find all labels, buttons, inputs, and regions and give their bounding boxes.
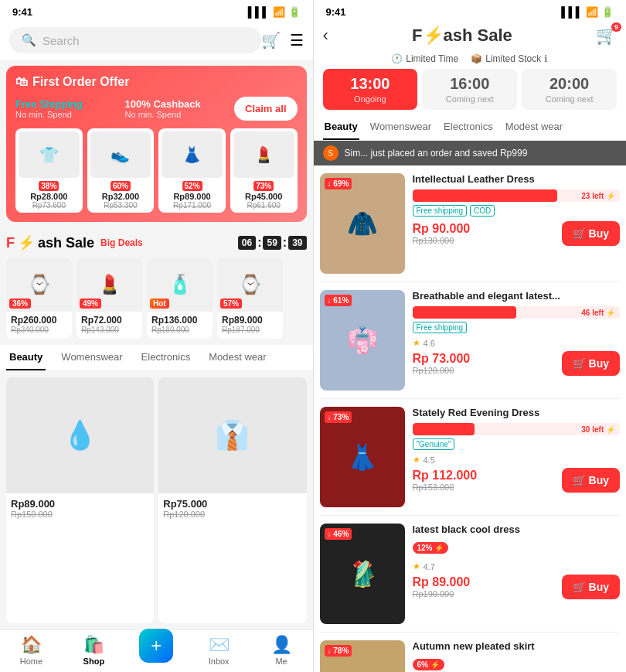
nav-icon-shop: 🛍️ [83, 635, 104, 655]
product-tag: COD [470, 205, 495, 217]
stock-bar-text: 30 left ⚡ [581, 425, 615, 434]
flash-product[interactable]: 💄49% Rp72.000 Rp143.000 [77, 258, 142, 339]
search-bar: 🔍 Search 🛒 ☰ [0, 21, 313, 60]
stock-badge: 6% ⚡ [413, 659, 444, 670]
cart-icon[interactable]: 🛒 [261, 31, 281, 49]
products-scroll[interactable]: ↓ 69% 🧥 Intellectual Leather Dress 23 le… [314, 165, 627, 672]
flash-product[interactable]: ⌚36% Rp260.000 Rp340.000 [6, 258, 72, 339]
price-old: Rp53.300 [90, 201, 151, 210]
search-input[interactable]: 🔍 Search [9, 27, 261, 53]
nav-inbox[interactable]: ✉️Inbox [188, 635, 250, 666]
product-image: ↓ 61% 👘 [320, 290, 405, 391]
right-cart-button[interactable]: 🛒9 [596, 26, 617, 46]
offer2-title: 100% Cashback [125, 98, 229, 110]
time-tab-1600[interactable]: 16:00 Coming next [422, 69, 517, 110]
flash-header: F⚡ash Sale Big Deals 06 : 59 : 39 [6, 234, 307, 251]
right-cat-womenswear[interactable]: Womenswear [369, 114, 433, 140]
tab-modest-wear[interactable]: Modest wear [206, 345, 269, 370]
right-cat-electronics[interactable]: Electronics [442, 114, 495, 140]
stock-bar-text: 23 left ⚡ [581, 192, 615, 200]
countdown-mins: 59 [263, 236, 281, 250]
back-button[interactable]: ‹ [323, 26, 328, 46]
left-product-thumb[interactable]: 👟 60% Rp32.000 Rp53.300 [87, 128, 155, 213]
right-cat-modest-wear[interactable]: Modest wear [504, 114, 564, 140]
product-discount: ↓ 61% [325, 295, 352, 306]
pl-price: Rp89.000 [11, 498, 149, 510]
discount-badge: 38% [39, 181, 59, 191]
buy-button[interactable]: 🛒 Buy [562, 468, 620, 493]
pl-old: Rp120.000 [163, 510, 301, 519]
left-product-thumb[interactable]: 👗 52% Rp89.000 Rp171.000 [158, 128, 226, 213]
flash-product-info: Rp136.000 Rp180.000 [147, 312, 213, 339]
nav-me[interactable]: 👤Me [250, 635, 313, 666]
product-image: ↓ 73% 👗 [320, 407, 405, 507]
flash-product[interactable]: 🧴Hot Rp136.000 Rp180.000 [147, 258, 213, 339]
right-cat-beauty[interactable]: Beauty [323, 114, 359, 140]
big-deals-label: Big Deals [100, 237, 143, 248]
discount-badge: 60% [111, 181, 131, 191]
thumb-img: 👗 [162, 131, 223, 178]
buy-button[interactable]: 🛒 Buy [562, 221, 620, 246]
flash-old-price: Rp187.000 [222, 326, 278, 334]
stock-bar-fill [413, 423, 475, 435]
flash-product[interactable]: ⌚57% Rp89.000 Rp187.000 [217, 258, 283, 339]
left-panel: 9:41 ▌▌▌ 📶 🔋 🔍 Search 🛒 ☰ 🛍 First Order … [0, 0, 313, 672]
star-icon: ★ [413, 338, 420, 348]
pl-product[interactable]: 💧 Rp89.000 Rp150.000 [6, 377, 154, 623]
nav-+[interactable]: + [125, 635, 188, 666]
product-discount: ↓ 78% [325, 645, 352, 657]
flash-product-info: Rp89.000 Rp187.000 [217, 312, 283, 339]
product-card[interactable]: ↓ 69% 🧥 Intellectual Leather Dress 23 le… [320, 165, 621, 282]
menu-icon[interactable]: ☰ [290, 31, 304, 49]
pl-product[interactable]: 👔 Rp75.000 Rp120.000 [158, 377, 306, 623]
price-row: Rp 90.000 Rp130.000 🛒 Buy [413, 221, 621, 246]
product-name: Autumn new pleated skirt [413, 640, 621, 652]
tt-label: Coming next [526, 94, 612, 104]
notif-avatar: S [323, 145, 339, 161]
price-row: Rp 73.000 Rp120.000 🛒 Buy [413, 351, 621, 376]
tt-label: Coming next [427, 94, 512, 104]
product-info: Stately Red Evening Dress 30 left ⚡ "Gen… [413, 407, 621, 493]
add-button[interactable]: + [139, 629, 173, 663]
product-image: ↓ 78% 👒 [320, 640, 405, 672]
pl-img: 💧 [6, 377, 154, 493]
flash-product-info: Rp260.000 Rp340.000 [6, 312, 72, 339]
nav-shop[interactable]: 🛍️Shop [63, 635, 125, 666]
tab-womenswear[interactable]: Womenswear [58, 345, 125, 370]
pl-img: 👔 [158, 377, 306, 493]
pl-price: Rp75.000 [163, 498, 301, 510]
time-tab-2000[interactable]: 20:00 Coming next [522, 69, 617, 110]
product-info: Intellectual Leather Dress 23 left ⚡ Fre… [413, 173, 621, 246]
left-time: 9:41 [12, 6, 32, 18]
cart-badge: 9 [611, 22, 621, 32]
thumb-img: 💄 [233, 131, 294, 178]
product-tag: Free shipping [413, 205, 468, 217]
nav-label-inbox: Inbox [209, 657, 230, 666]
product-card[interactable]: ↓ 61% 👘 Breathable and elegant latest...… [320, 282, 621, 399]
left-product-thumb[interactable]: 💄 73% Rp45.000 Rp61.600 [230, 128, 298, 213]
nav-icon-home: 🏠 [21, 635, 42, 655]
thumb-img: 👕 [19, 131, 80, 178]
product-card[interactable]: ↓ 46% 🥻 latest black cool dress 12% ⚡ ★ … [320, 516, 621, 633]
left-category-tabs: BeautyWomenswearElectronicsModest wear [0, 345, 313, 371]
buy-button[interactable]: 🛒 Buy [562, 351, 620, 376]
product-rating: ★ 4.6 [413, 338, 621, 348]
product-old-price: Rp190.000 [413, 589, 471, 599]
countdown-sep2: : [283, 236, 287, 250]
flash-price: Rp72.000 [81, 315, 138, 326]
clock-icon: 🕐 [391, 53, 403, 64]
discount-badge: 36% [9, 298, 31, 309]
tab-electronics[interactable]: Electronics [138, 345, 194, 370]
cart-icon-small: 🛒 [573, 357, 586, 370]
buy-button[interactable]: 🛒 Buy [562, 575, 620, 599]
product-price: Rp 73.000 [413, 352, 471, 366]
nav-home[interactable]: 🏠Home [0, 635, 63, 666]
left-product-thumb[interactable]: 👕 38% Rp28.000 Rp73.600 [15, 128, 83, 213]
time-tab-1300[interactable]: 13:00 Ongoing [323, 69, 418, 110]
stock-bar-text: 46 left ⚡ [581, 309, 615, 317]
product-card[interactable]: ↓ 73% 👗 Stately Red Evening Dress 30 lef… [320, 399, 621, 516]
product-card[interactable]: ↓ 78% 👒 Autumn new pleated skirt 6% ⚡ Rp… [320, 633, 621, 672]
fsh-f: F [412, 26, 422, 46]
claim-button[interactable]: Claim all [234, 97, 297, 121]
tab-beauty[interactable]: Beauty [6, 345, 46, 370]
